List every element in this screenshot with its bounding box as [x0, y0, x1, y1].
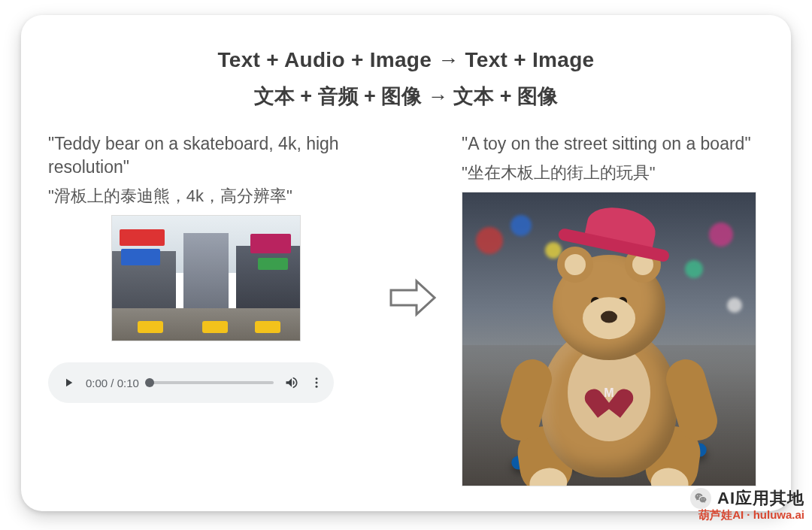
- wechat-icon: [690, 488, 711, 509]
- output-image: M: [462, 192, 756, 486]
- figure-title-block: Text + Audio + Image → Text + Image 文本 +…: [48, 48, 764, 110]
- svg-point-1: [316, 382, 318, 384]
- audio-player[interactable]: 0:00 / 0:10: [48, 362, 334, 403]
- watermark: AI应用其地 葫芦娃AI · huluwa.ai: [690, 487, 804, 522]
- transform-arrow-icon: [364, 132, 462, 320]
- watermark-line1: AI应用其地: [717, 487, 804, 510]
- figure-card: Text + Audio + Image → Text + Image 文本 +…: [21, 15, 791, 511]
- input-prompt-zh: "滑板上的泰迪熊，4k，高分辨率": [48, 185, 364, 207]
- svg-point-2: [316, 386, 318, 388]
- audio-current-time: 0:00: [86, 377, 108, 389]
- svg-point-0: [316, 377, 318, 380]
- teddy-bear-graphic: M: [511, 250, 707, 476]
- input-column: "Teddy bear on a skateboard, 4k, high re…: [48, 132, 364, 403]
- output-caption-zh: "坐在木板上的街上的玩具": [462, 162, 764, 184]
- audio-timestamp: 0:00 / 0:10: [86, 377, 139, 389]
- watermark-line2: 葫芦娃AI · huluwa.ai: [690, 508, 804, 522]
- figure-content: "Teddy bear on a skateboard, 4k, high re…: [48, 132, 764, 486]
- volume-icon[interactable]: [284, 375, 299, 390]
- title-zh: 文本 + 音频 + 图像 → 文本 + 图像: [48, 83, 764, 110]
- title-en: Text + Audio + Image → Text + Image: [48, 48, 764, 72]
- more-icon[interactable]: [310, 376, 323, 389]
- play-icon[interactable]: [62, 376, 75, 389]
- output-column: "A toy on the street sitting on a board"…: [462, 132, 764, 486]
- audio-seekbar[interactable]: [150, 381, 274, 384]
- audio-duration: 0:10: [117, 377, 139, 389]
- input-image: [111, 215, 301, 341]
- input-prompt-en: "Teddy bear on a skateboard, 4k, high re…: [48, 132, 364, 179]
- output-caption-en: "A toy on the street sitting on a board": [462, 132, 764, 156]
